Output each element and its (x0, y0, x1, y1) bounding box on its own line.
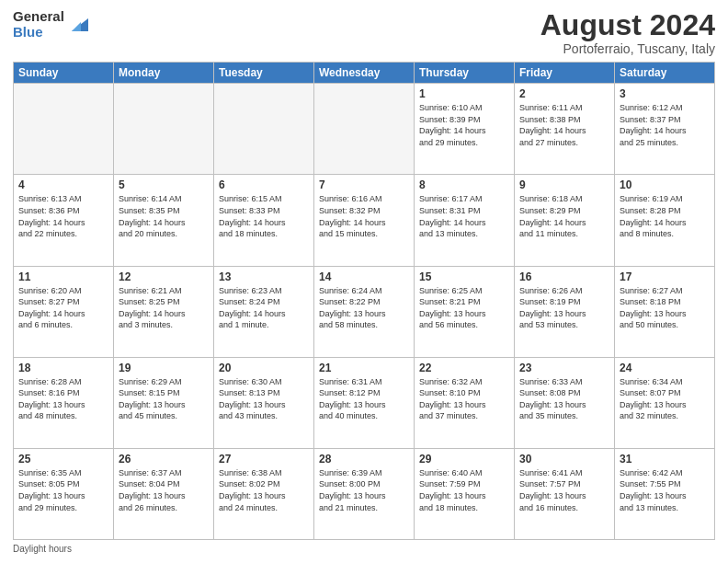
day-info: Sunrise: 6:13 AM Sunset: 8:36 PM Dayligh… (18, 193, 108, 239)
day-number: 25 (18, 453, 108, 465)
day-cell: 4Sunrise: 6:13 AM Sunset: 8:36 PM Daylig… (14, 175, 114, 266)
col-header-friday: Friday (515, 63, 615, 84)
day-info: Sunrise: 6:39 AM Sunset: 8:00 PM Dayligh… (319, 467, 409, 513)
day-number: 4 (18, 178, 108, 191)
day-number: 9 (519, 178, 609, 191)
day-number: 27 (219, 453, 309, 465)
day-info: Sunrise: 6:23 AM Sunset: 8:24 PM Dayligh… (219, 285, 309, 331)
day-number: 10 (620, 178, 710, 191)
day-cell: 18Sunrise: 6:28 AM Sunset: 8:16 PM Dayli… (14, 357, 114, 448)
col-header-monday: Monday (114, 63, 214, 84)
day-info: Sunrise: 6:31 AM Sunset: 8:12 PM Dayligh… (319, 376, 409, 422)
calendar-table: SundayMondayTuesdayWednesdayThursdayFrid… (13, 62, 715, 540)
day-number: 28 (319, 453, 409, 465)
day-number: 17 (620, 270, 710, 283)
week-row-3: 18Sunrise: 6:28 AM Sunset: 8:16 PM Dayli… (14, 357, 715, 448)
week-row-1: 4Sunrise: 6:13 AM Sunset: 8:36 PM Daylig… (14, 175, 715, 266)
day-cell: 26Sunrise: 6:37 AM Sunset: 8:04 PM Dayli… (114, 448, 214, 539)
day-number: 6 (219, 178, 309, 191)
day-info: Sunrise: 6:20 AM Sunset: 8:27 PM Dayligh… (18, 285, 108, 331)
day-info: Sunrise: 6:30 AM Sunset: 8:13 PM Dayligh… (219, 376, 309, 422)
day-cell: 27Sunrise: 6:38 AM Sunset: 8:02 PM Dayli… (214, 448, 314, 539)
day-number: 8 (419, 178, 509, 191)
col-header-sunday: Sunday (14, 63, 114, 84)
day-cell: 24Sunrise: 6:34 AM Sunset: 8:07 PM Dayli… (615, 357, 715, 448)
header: General Blue August 2024 Portoferraio, T… (13, 9, 715, 56)
logo-blue: Blue (13, 25, 64, 40)
day-info: Sunrise: 6:21 AM Sunset: 8:25 PM Dayligh… (119, 285, 209, 331)
footer-note: Daylight hours (13, 544, 715, 554)
day-number: 5 (119, 178, 209, 191)
day-number: 30 (519, 453, 609, 465)
day-number: 11 (18, 270, 108, 283)
day-cell: 15Sunrise: 6:25 AM Sunset: 8:21 PM Dayli… (415, 266, 515, 357)
day-cell: 2Sunrise: 6:11 AM Sunset: 8:38 PM Daylig… (515, 84, 615, 175)
day-info: Sunrise: 6:33 AM Sunset: 8:08 PM Dayligh… (519, 376, 609, 422)
day-number: 3 (620, 87, 710, 100)
day-number: 26 (119, 453, 209, 465)
day-cell (14, 84, 114, 175)
day-info: Sunrise: 6:16 AM Sunset: 8:32 PM Dayligh… (319, 193, 409, 239)
month-title: August 2024 (540, 9, 715, 41)
day-number: 29 (419, 453, 509, 465)
day-number: 19 (119, 362, 209, 374)
day-number: 12 (119, 270, 209, 283)
day-cell: 30Sunrise: 6:41 AM Sunset: 7:57 PM Dayli… (515, 448, 615, 539)
day-cell: 8Sunrise: 6:17 AM Sunset: 8:31 PM Daylig… (415, 175, 515, 266)
day-cell: 20Sunrise: 6:30 AM Sunset: 8:13 PM Dayli… (214, 357, 314, 448)
day-info: Sunrise: 6:26 AM Sunset: 8:19 PM Dayligh… (519, 285, 609, 331)
day-cell: 17Sunrise: 6:27 AM Sunset: 8:18 PM Dayli… (615, 266, 715, 357)
day-cell: 23Sunrise: 6:33 AM Sunset: 8:08 PM Dayli… (515, 357, 615, 448)
day-info: Sunrise: 6:24 AM Sunset: 8:22 PM Dayligh… (319, 285, 409, 331)
day-cell (214, 84, 314, 175)
day-info: Sunrise: 6:29 AM Sunset: 8:15 PM Dayligh… (119, 376, 209, 422)
week-row-0: 1Sunrise: 6:10 AM Sunset: 8:39 PM Daylig… (14, 84, 715, 175)
day-info: Sunrise: 6:41 AM Sunset: 7:57 PM Dayligh… (519, 467, 609, 513)
day-cell: 14Sunrise: 6:24 AM Sunset: 8:22 PM Dayli… (314, 266, 415, 357)
day-number: 7 (319, 178, 409, 191)
day-info: Sunrise: 6:32 AM Sunset: 8:10 PM Dayligh… (419, 376, 509, 422)
day-info: Sunrise: 6:38 AM Sunset: 8:02 PM Dayligh… (219, 467, 309, 513)
day-number: 15 (419, 270, 509, 283)
day-number: 13 (219, 270, 309, 283)
day-info: Sunrise: 6:34 AM Sunset: 8:07 PM Dayligh… (620, 376, 710, 422)
col-header-saturday: Saturday (615, 63, 715, 84)
day-number: 14 (319, 270, 409, 283)
day-cell: 28Sunrise: 6:39 AM Sunset: 8:00 PM Dayli… (314, 448, 415, 539)
day-number: 23 (519, 362, 609, 374)
day-info: Sunrise: 6:10 AM Sunset: 8:39 PM Dayligh… (419, 102, 509, 148)
day-info: Sunrise: 6:42 AM Sunset: 7:55 PM Dayligh… (620, 467, 710, 513)
col-header-thursday: Thursday (415, 63, 515, 84)
page: General Blue August 2024 Portoferraio, T… (0, 0, 728, 563)
day-cell: 7Sunrise: 6:16 AM Sunset: 8:32 PM Daylig… (314, 175, 415, 266)
day-cell: 19Sunrise: 6:29 AM Sunset: 8:15 PM Dayli… (114, 357, 214, 448)
day-info: Sunrise: 6:15 AM Sunset: 8:33 PM Dayligh… (219, 193, 309, 239)
day-info: Sunrise: 6:17 AM Sunset: 8:31 PM Dayligh… (419, 193, 509, 239)
day-info: Sunrise: 6:11 AM Sunset: 8:38 PM Dayligh… (519, 102, 609, 148)
title-block: August 2024 Portoferraio, Tuscany, Italy (540, 9, 715, 56)
day-cell: 5Sunrise: 6:14 AM Sunset: 8:35 PM Daylig… (114, 175, 214, 266)
day-cell: 21Sunrise: 6:31 AM Sunset: 8:12 PM Dayli… (314, 357, 415, 448)
location-subtitle: Portoferraio, Tuscany, Italy (540, 41, 715, 56)
col-header-tuesday: Tuesday (214, 63, 314, 84)
day-number: 22 (419, 362, 509, 374)
logo: General Blue (13, 9, 88, 40)
day-cell: 31Sunrise: 6:42 AM Sunset: 7:55 PM Dayli… (615, 448, 715, 539)
day-info: Sunrise: 6:40 AM Sunset: 7:59 PM Dayligh… (419, 467, 509, 513)
day-info: Sunrise: 6:35 AM Sunset: 8:05 PM Dayligh… (18, 467, 108, 513)
day-number: 18 (18, 362, 108, 374)
day-info: Sunrise: 6:28 AM Sunset: 8:16 PM Dayligh… (18, 376, 108, 422)
day-info: Sunrise: 6:37 AM Sunset: 8:04 PM Dayligh… (119, 467, 209, 513)
day-number: 2 (519, 87, 609, 100)
day-cell (314, 84, 415, 175)
day-cell: 22Sunrise: 6:32 AM Sunset: 8:10 PM Dayli… (415, 357, 515, 448)
day-number: 16 (519, 270, 609, 283)
week-row-4: 25Sunrise: 6:35 AM Sunset: 8:05 PM Dayli… (14, 448, 715, 539)
day-cell: 13Sunrise: 6:23 AM Sunset: 8:24 PM Dayli… (214, 266, 314, 357)
logo-general: General (13, 9, 64, 25)
week-row-2: 11Sunrise: 6:20 AM Sunset: 8:27 PM Dayli… (14, 266, 715, 357)
day-cell: 6Sunrise: 6:15 AM Sunset: 8:33 PM Daylig… (214, 175, 314, 266)
day-number: 31 (620, 453, 710, 465)
logo-text: General Blue (13, 9, 64, 40)
day-info: Sunrise: 6:12 AM Sunset: 8:37 PM Dayligh… (620, 102, 710, 148)
